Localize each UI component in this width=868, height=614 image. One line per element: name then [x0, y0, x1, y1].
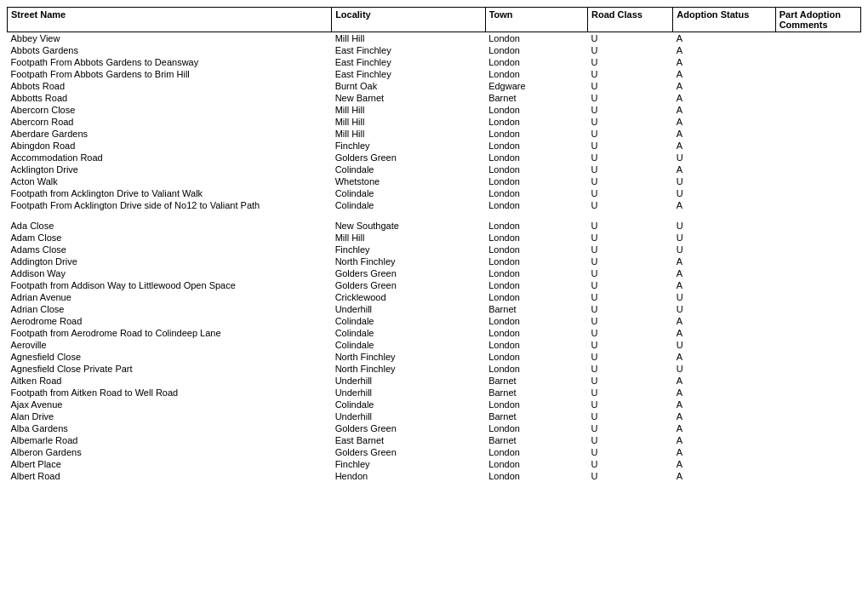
- table-row: Albert RoadHendonLondonUA: [8, 470, 861, 482]
- cell-0: Alan Drive: [8, 410, 332, 422]
- cell-3: U: [588, 68, 673, 80]
- cell-1: Mill Hill: [332, 116, 486, 128]
- cell-1: East Barnet: [332, 434, 486, 446]
- cell-1: East Finchley: [332, 68, 486, 80]
- cell-1: Hendon: [332, 470, 486, 482]
- cell-0: Adrian Close: [8, 303, 332, 315]
- cell-1: Golders Green: [332, 152, 486, 164]
- cell-3: U: [588, 387, 673, 399]
- cell-1: Finchley: [332, 140, 486, 152]
- table-row: Abbots GardensEast FinchleyLondonUA: [8, 44, 861, 56]
- cell-2: London: [485, 339, 587, 351]
- cell-1: Underhill: [332, 410, 486, 422]
- cell-5: [775, 279, 860, 291]
- cell-4: A: [673, 32, 775, 45]
- cell-3: U: [588, 339, 673, 351]
- cell-4: A: [673, 104, 775, 116]
- cell-4: A: [673, 422, 775, 434]
- cell-5: [775, 446, 860, 458]
- cell-2: London: [485, 291, 587, 303]
- cell-1: Colindale: [332, 327, 486, 339]
- cell-1: North Finchley: [332, 255, 486, 267]
- cell-5: [775, 128, 860, 140]
- cell-1: Mill Hill: [332, 232, 486, 244]
- cell-4: A: [673, 128, 775, 140]
- table-row: Adams CloseFinchleyLondonUU: [8, 244, 861, 255]
- cell-1: New Barnet: [332, 92, 486, 104]
- cell-2: London: [485, 244, 587, 255]
- cell-5: [775, 291, 860, 303]
- table-row: Abingdon RoadFinchleyLondonUA: [8, 140, 861, 152]
- cell-2: London: [485, 422, 587, 434]
- cell-0: Aitken Road: [8, 375, 332, 387]
- cell-0: Accommodation Road: [8, 152, 332, 164]
- table-row: Abbey ViewMill HillLondonUA: [8, 32, 861, 45]
- cell-4: U: [673, 232, 775, 244]
- cell-1: East Finchley: [332, 56, 486, 68]
- cell-0: Footpath From Abbots Gardens to Deansway: [8, 56, 332, 68]
- table-row: Abercorn CloseMill HillLondonUA: [8, 104, 861, 116]
- cell-5: [775, 92, 860, 104]
- cell-4: U: [673, 187, 775, 199]
- table-row: Agnesfield Close Private PartNorth Finch…: [8, 363, 861, 375]
- cell-0: Abercorn Close: [8, 104, 332, 116]
- column-header-part-adoption-comments: Part Adoption Comments: [775, 8, 860, 32]
- cell-2: Edgware: [485, 80, 587, 92]
- cell-4: U: [673, 175, 775, 187]
- cell-4: U: [673, 291, 775, 303]
- column-header-street-name: Street Name: [8, 8, 332, 32]
- cell-3: U: [588, 32, 673, 45]
- table-row: Ajax AvenueColindaleLondonUA: [8, 399, 861, 410]
- table-row: Footpath From Acklington Drive side of N…: [8, 199, 861, 211]
- cell-5: [775, 315, 860, 327]
- cell-2: London: [485, 446, 587, 458]
- cell-0: Addison Way: [8, 267, 332, 279]
- cell-3: U: [588, 116, 673, 128]
- streets-table: Street NameLocalityTownRoad ClassAdoptio…: [7, 7, 861, 482]
- cell-1: Golders Green: [332, 279, 486, 291]
- cell-5: [775, 187, 860, 199]
- cell-3: U: [588, 92, 673, 104]
- cell-3: U: [588, 140, 673, 152]
- cell-1: Mill Hill: [332, 104, 486, 116]
- cell-3: U: [588, 244, 673, 255]
- cell-3: U: [588, 164, 673, 175]
- table-row: Albert PlaceFinchleyLondonUA: [8, 458, 861, 470]
- cell-0: Abbots Road: [8, 80, 332, 92]
- table-row: Footpath from Aitken Road to Well RoadUn…: [8, 387, 861, 399]
- cell-0: Agnesfield Close: [8, 351, 332, 363]
- cell-1: Colindale: [332, 199, 486, 211]
- cell-1: Colindale: [332, 164, 486, 175]
- table-row: Addison WayGolders GreenLondonUA: [8, 267, 861, 279]
- cell-4: A: [673, 68, 775, 80]
- table-row: Addington DriveNorth FinchleyLondonUA: [8, 255, 861, 267]
- cell-2: Barnet: [485, 434, 587, 446]
- cell-4: A: [673, 327, 775, 339]
- cell-5: [775, 351, 860, 363]
- cell-5: [775, 68, 860, 80]
- cell-3: U: [588, 303, 673, 315]
- cell-3: U: [588, 410, 673, 422]
- table-row: Adrian AvenueCricklewoodLondonUU: [8, 291, 861, 303]
- cell-2: London: [485, 152, 587, 164]
- cell-2: London: [485, 351, 587, 363]
- cell-2: Barnet: [485, 92, 587, 104]
- cell-4: A: [673, 44, 775, 56]
- cell-0: Adams Close: [8, 244, 332, 255]
- cell-1: Golders Green: [332, 422, 486, 434]
- cell-3: U: [588, 315, 673, 327]
- cell-2: London: [485, 255, 587, 267]
- column-header-town: Town: [485, 8, 587, 32]
- cell-2: Barnet: [485, 303, 587, 315]
- main-container: Street NameLocalityTownRoad ClassAdoptio…: [0, 0, 868, 489]
- cell-2: London: [485, 104, 587, 116]
- cell-5: [775, 327, 860, 339]
- cell-3: U: [588, 375, 673, 387]
- cell-3: U: [588, 363, 673, 375]
- cell-0: Footpath From Acklington Drive side of N…: [8, 199, 332, 211]
- cell-0: Footpath from Aerodrome Road to Colindee…: [8, 327, 332, 339]
- cell-5: [775, 175, 860, 187]
- cell-1: Finchley: [332, 244, 486, 255]
- cell-4: A: [673, 351, 775, 363]
- cell-5: [775, 220, 860, 232]
